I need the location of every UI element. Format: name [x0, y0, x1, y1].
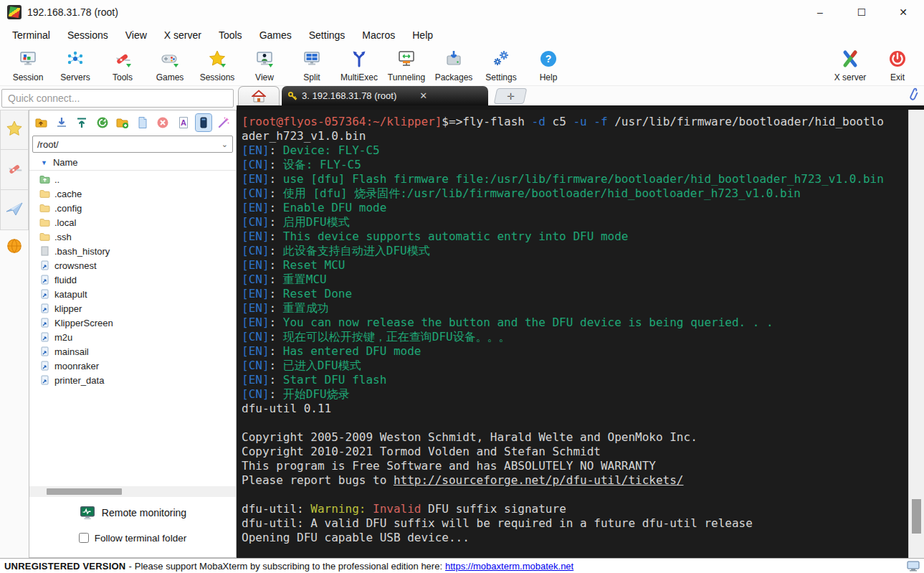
edit-icon[interactable]: A [176, 114, 191, 131]
toolbar-button-x-server[interactable]: X server [827, 48, 874, 82]
file-row-klipperscreen[interactable]: KlipperScreen [29, 316, 236, 330]
toolbar-button-packages[interactable]: Packages [430, 48, 477, 82]
toolbar-button-games[interactable]: Games [146, 48, 194, 82]
terminal-line: dfu-util: Warning: Invalid DFU suffix si… [242, 502, 908, 516]
chevron-down-icon[interactable]: ⌄ [222, 140, 228, 149]
terminal-text: : [270, 301, 283, 315]
window-controls: – ☐ ✕ [799, 0, 924, 24]
toolbar-button-multiexec[interactable]: MultiExec [335, 48, 383, 82]
terminal-line: [EN]: Start DFU flash [242, 373, 908, 387]
follow-terminal-checkbox[interactable] [79, 533, 89, 543]
file-name: .local [54, 217, 76, 228]
strip-tab-knife-tab-icon[interactable] [0, 150, 29, 190]
menu-item-terminal[interactable]: Terminal [4, 27, 58, 44]
file-row--local[interactable]: .local [29, 215, 236, 229]
new-tab-button[interactable]: ✛ [494, 88, 528, 104]
attachment-paperclip-icon[interactable] [905, 87, 918, 103]
current-path: /root/ [37, 139, 59, 150]
menu-item-settings[interactable]: Settings [301, 27, 353, 44]
menu-item-games[interactable]: Games [252, 27, 300, 44]
terminal-line: Please report bugs to http://sourceforge… [242, 473, 908, 488]
file-row--[interactable]: .. [29, 172, 236, 186]
quick-connect-input[interactable] [1, 89, 234, 108]
menu-item-help[interactable]: Help [404, 27, 441, 44]
toolbar-label-x-server: X server [834, 72, 867, 82]
folder-file-icon [39, 189, 50, 199]
terminal-line: [CN]: 使用 [dfu] 烧录固件:/usr/lib/firmware/bo… [242, 186, 908, 201]
toolbar-button-view[interactable]: View [241, 48, 288, 82]
strip-tab-star-tab-icon[interactable] [0, 110, 29, 150]
file-name: katapult [54, 289, 87, 300]
remote-monitoring-button[interactable]: Remote monitoring [29, 500, 236, 526]
new-folder-icon[interactable] [115, 114, 130, 131]
terminal-text: c5 [546, 115, 573, 128]
terminal-text: -d [532, 115, 546, 128]
file-row--bash-history[interactable]: .bash_history [29, 244, 236, 258]
file-row--ssh[interactable]: .ssh [29, 229, 236, 244]
menu-bar: TerminalSessionsViewX serverToolsGamesSe… [0, 24, 924, 45]
terminal-line: [EN]: Reset Done [242, 287, 908, 301]
toolbar-button-exit[interactable]: Exit [874, 48, 921, 82]
toolbar-button-settings[interactable]: Settings [477, 48, 525, 82]
upload-icon[interactable] [75, 114, 90, 131]
delete-icon[interactable] [156, 114, 171, 131]
terminal-output[interactable]: [root@flyos-057364:~/klipper]$=>fly-flas… [237, 110, 908, 558]
wand-icon[interactable] [216, 114, 232, 131]
toolbar-button-session[interactable]: Session [4, 48, 52, 82]
toolbar-button-split[interactable]: Split [288, 48, 335, 82]
close-button[interactable]: ✕ [882, 0, 924, 24]
terminal-line: [CN]: 启用DFU模式 [242, 215, 908, 229]
file-row--config[interactable]: .config [29, 201, 236, 215]
name-column-header[interactable]: ▼ Name [29, 155, 236, 171]
terminal-line: [EN]: Reset MCU [242, 258, 908, 273]
file-row-mainsail[interactable]: mainsail [29, 344, 236, 359]
refresh-icon[interactable] [95, 114, 110, 131]
toolbar-button-servers[interactable]: Servers [52, 48, 99, 82]
track-folder-icon[interactable] [196, 114, 211, 131]
mobatek-link[interactable]: https://mobaxterm.mobatek.net [445, 561, 573, 572]
terminal-line: Opening DFU capable USB device... [242, 531, 908, 545]
terminal-text: : [270, 258, 283, 272]
path-combobox[interactable]: /root/ ⌄ [32, 136, 233, 153]
menu-item-macros[interactable]: Macros [354, 27, 403, 44]
menu-item-x-server[interactable]: X server [156, 27, 209, 44]
window-title: 192.168.31.78 (root) [27, 6, 118, 18]
toolbar-button-help[interactable]: ?Help [525, 48, 572, 82]
terminal-scrollbar[interactable] [908, 110, 924, 558]
terminal-scroll-thumb[interactable] [912, 499, 921, 534]
file-row--cache[interactable]: .cache [29, 186, 236, 201]
terminal-text: /usr/lib/firmware/bootloader/hid_bootlo [608, 115, 884, 128]
side-icon-strip [0, 110, 29, 558]
new-file-icon[interactable] [135, 114, 150, 131]
menu-item-view[interactable]: View [118, 27, 155, 44]
file-row-m2u[interactable]: m2u [29, 330, 236, 344]
file-name: .. [54, 174, 59, 185]
home-tab[interactable] [238, 86, 280, 105]
terminal-line: [CN]: 现在可以松开按键，正在查询DFU设备。。。 [242, 330, 908, 344]
file-row-fluidd[interactable]: fluidd [29, 273, 236, 287]
toolbar-button-tools[interactable]: Tools [99, 48, 146, 82]
minimize-button[interactable]: – [799, 0, 841, 24]
file-row-katapult[interactable]: katapult [29, 287, 236, 301]
active-session-tab[interactable]: 3. 192.168.31.78 (root) ✕ [282, 86, 488, 105]
download-icon[interactable] [54, 114, 69, 131]
strip-tab-plane-tab-icon[interactable] [0, 190, 29, 230]
file-row-klipper[interactable]: klipper [29, 301, 236, 316]
terminal-line: [EN]: This device supports automatic ent… [242, 229, 908, 244]
maximize-button[interactable]: ☐ [841, 0, 882, 24]
file-row-printer-data[interactable]: printer_data [29, 373, 236, 387]
file-name: moonraker [54, 361, 99, 371]
toolbar-button-tunneling[interactable]: Tunneling [383, 48, 430, 82]
terminal-text: 开始DFU烧录 [283, 387, 350, 401]
hscroll-thumb[interactable] [47, 488, 122, 495]
tab-close-icon[interactable]: ✕ [419, 90, 427, 101]
menu-item-sessions[interactable]: Sessions [59, 27, 116, 44]
terminal-link[interactable]: http://sourceforge.net/p/dfu-util/ticket… [394, 473, 684, 487]
toolbar-button-sessions[interactable]: Sessions [194, 48, 241, 82]
star-tab-icon [5, 119, 24, 141]
go-up-icon[interactable] [34, 114, 49, 131]
file-row-moonraker[interactable]: moonraker [29, 359, 236, 373]
horizontal-scrollbar[interactable] [29, 486, 236, 497]
file-row-crowsnest[interactable]: crowsnest [29, 258, 236, 273]
menu-item-tools[interactable]: Tools [211, 27, 250, 44]
